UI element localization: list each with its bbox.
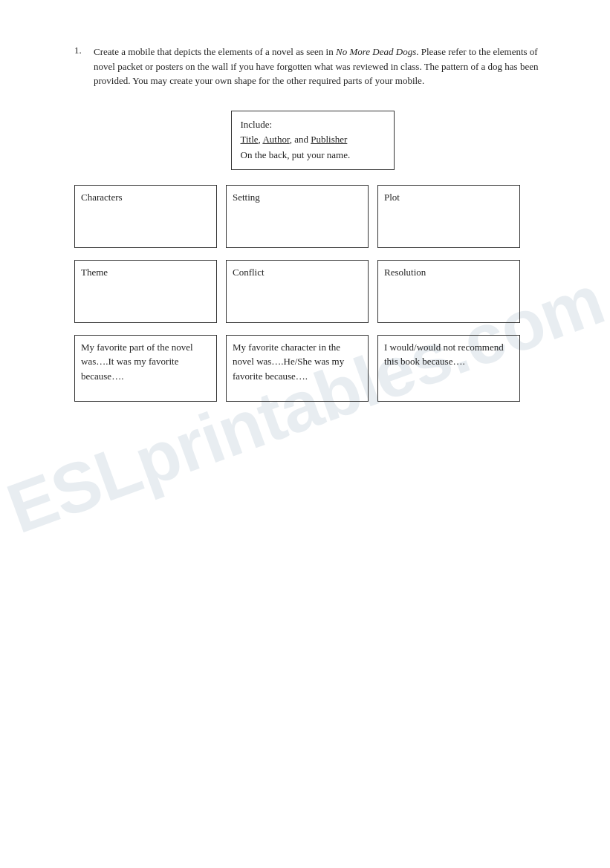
theme-label: Theme — [81, 267, 108, 278]
favorite-character-cell: My favorite character in the novel was….… — [226, 335, 369, 402]
resolution-cell: Resolution — [377, 260, 520, 323]
theme-cell: Theme — [74, 260, 217, 323]
center-box-include: Include: — [241, 117, 385, 133]
title-label: Title — [241, 134, 259, 145]
characters-cell: Characters — [74, 185, 217, 248]
publisher-label: Publisher — [311, 134, 347, 145]
characters-label: Characters — [81, 192, 123, 203]
instructions-section: 1. Create a mobile that depicts the elem… — [74, 45, 551, 88]
row3: My favorite part of the novel was….It wa… — [74, 335, 551, 402]
center-box-row: Include: Title, Author, and Publisher On… — [74, 111, 551, 170]
favorite-character-text: My favorite character in the novel was….… — [233, 342, 344, 382]
instruction-text: Create a mobile that depicts the element… — [94, 45, 551, 88]
recommend-text: I would/would not recommend this book be… — [384, 342, 504, 368]
book-title: No More Dead Dogs — [336, 46, 416, 57]
setting-label: Setting — [233, 192, 260, 203]
favorite-part-text: My favorite part of the novel was….It wa… — [81, 342, 193, 382]
conflict-cell: Conflict — [226, 260, 369, 323]
conflict-label: Conflict — [233, 267, 265, 278]
resolution-label: Resolution — [384, 267, 426, 278]
instruction-number: 1. — [74, 45, 88, 88]
author-label: Author — [262, 134, 289, 145]
plot-cell: Plot — [377, 185, 520, 248]
center-box-back: On the back, put your name. — [241, 148, 385, 163]
row1: Characters Setting Plot — [74, 185, 551, 248]
center-box-items: Title, Author, and Publisher — [241, 132, 385, 148]
setting-cell: Setting — [226, 185, 369, 248]
recommend-cell: I would/would not recommend this book be… — [377, 335, 520, 402]
favorite-part-cell: My favorite part of the novel was….It wa… — [74, 335, 217, 402]
plot-label: Plot — [384, 192, 400, 203]
center-box: Include: Title, Author, and Publisher On… — [231, 111, 395, 170]
row2: Theme Conflict Resolution — [74, 260, 551, 323]
